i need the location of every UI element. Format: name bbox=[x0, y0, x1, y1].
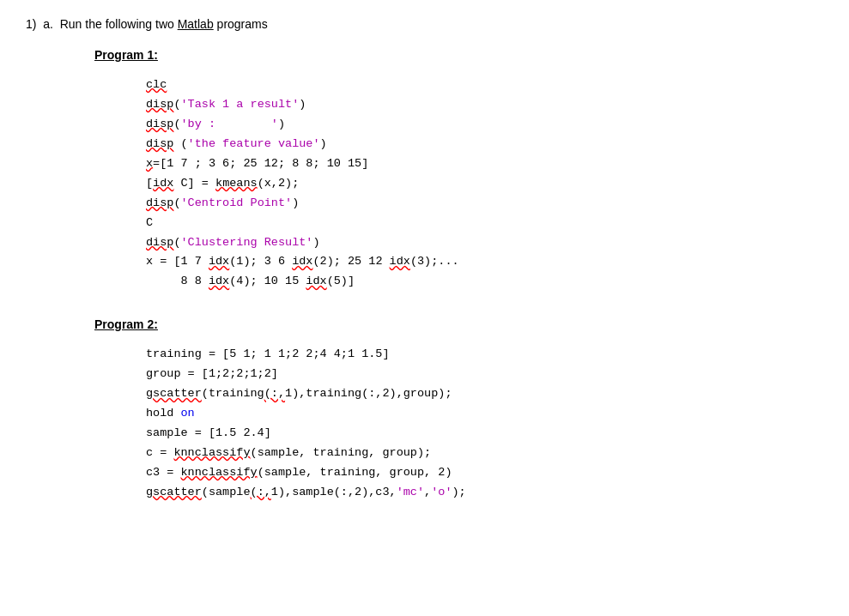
idx1: idx bbox=[209, 255, 229, 268]
x-var: x bbox=[146, 157, 153, 170]
intro-line: 1) a. Run the following two Matlab progr… bbox=[26, 17, 823, 31]
idx4: idx bbox=[209, 275, 229, 287]
code-line-c3-knn: c3 = knnclassify(sample, training, group… bbox=[146, 463, 823, 483]
program1-section: Program 1: clc disp('Task 1 a result') d… bbox=[94, 48, 823, 292]
code-line-disp2: disp('by : ') bbox=[146, 115, 823, 135]
knnclassify1-fn: knnclassify bbox=[173, 446, 250, 459]
code-line-gscatter2: gscatter(sample(:,1),sample(:,2),c3,'mc'… bbox=[146, 483, 823, 503]
str4: 'Centroid Point' bbox=[181, 196, 293, 209]
str5: 'Clustering Result' bbox=[181, 236, 313, 249]
program1-code: clc disp('Task 1 a result') disp('by : '… bbox=[146, 75, 823, 292]
code-line-x-matrix2: 8 8 idx(4); 10 15 idx(5)] bbox=[146, 272, 823, 292]
intro-letter: a. bbox=[43, 17, 53, 31]
intro-number: 1) bbox=[26, 17, 36, 31]
str1: 'Task 1 a result' bbox=[181, 98, 300, 111]
clc-keyword: clc bbox=[146, 78, 167, 91]
idx5: idx bbox=[306, 275, 326, 287]
code-line-gscatter1: gscatter(training(:,1),training(:,2),gro… bbox=[146, 384, 823, 404]
str-mc: 'mc' bbox=[397, 486, 424, 498]
colon1: (:, bbox=[264, 387, 285, 400]
str2: 'by : ' bbox=[181, 118, 278, 130]
str3: 'the feature value' bbox=[188, 137, 320, 150]
code-line-training: training = [5 1; 1 1;2 2;4 4;1 1.5] bbox=[146, 345, 823, 365]
code-line-idx: [idx C] = kmeans(x,2); bbox=[146, 174, 823, 194]
program2-code: training = [5 1; 1 1;2 2;4 4;1 1.5] grou… bbox=[146, 345, 823, 503]
code-line-c: C bbox=[146, 214, 823, 233]
disp5-keyword: disp bbox=[146, 236, 173, 249]
code-line-disp3: disp ('the feature value') bbox=[146, 135, 823, 154]
program2-title: Program 2: bbox=[94, 317, 823, 331]
code-line-disp4: disp('Centroid Point') bbox=[146, 194, 823, 214]
kmeans-fn: kmeans bbox=[215, 177, 258, 190]
gscatter2-fn: gscatter bbox=[146, 486, 202, 498]
idx-var: idx bbox=[153, 177, 173, 190]
code-line-x-assign: x=[1 7 ; 3 6; 25 12; 8 8; 10 15] bbox=[146, 154, 823, 174]
disp4-keyword: disp bbox=[146, 196, 173, 209]
disp3-keyword: disp bbox=[146, 137, 173, 150]
program1-title: Program 1: bbox=[94, 48, 823, 62]
gscatter1-fn: gscatter bbox=[146, 387, 202, 400]
knnclassify2-fn: knnclassify bbox=[181, 466, 258, 479]
disp1-keyword: disp bbox=[146, 98, 173, 111]
intro-text2: programs bbox=[217, 17, 268, 31]
idx3: idx bbox=[390, 255, 410, 268]
main-content: 1) a. Run the following two Matlab progr… bbox=[26, 17, 823, 503]
code-line-x-matrix1: x = [1 7 idx(1); 3 6 idx(2); 25 12 idx(3… bbox=[146, 252, 823, 272]
on-keyword: on bbox=[181, 407, 195, 420]
code-line-disp5: disp('Clustering Result') bbox=[146, 233, 823, 253]
colon2: (:, bbox=[251, 486, 271, 498]
code-line-clc: clc bbox=[146, 75, 823, 95]
code-line-group: group = [1;2;2;1;2] bbox=[146, 365, 823, 384]
code-line-sample: sample = [1.5 2.4] bbox=[146, 424, 823, 444]
program2-section: Program 2: training = [5 1; 1 1;2 2;4 4;… bbox=[94, 317, 823, 503]
code-line-c-knn: c = knnclassify(sample, training, group)… bbox=[146, 444, 823, 463]
matlab-word: Matlab bbox=[178, 17, 214, 31]
disp2-keyword: disp bbox=[146, 118, 173, 130]
str-o: 'o' bbox=[431, 486, 452, 498]
code-line-hold: hold on bbox=[146, 404, 823, 424]
idx2: idx bbox=[292, 255, 312, 268]
intro-text: Run the following two bbox=[60, 17, 174, 31]
code-line-disp1: disp('Task 1 a result') bbox=[146, 95, 823, 115]
